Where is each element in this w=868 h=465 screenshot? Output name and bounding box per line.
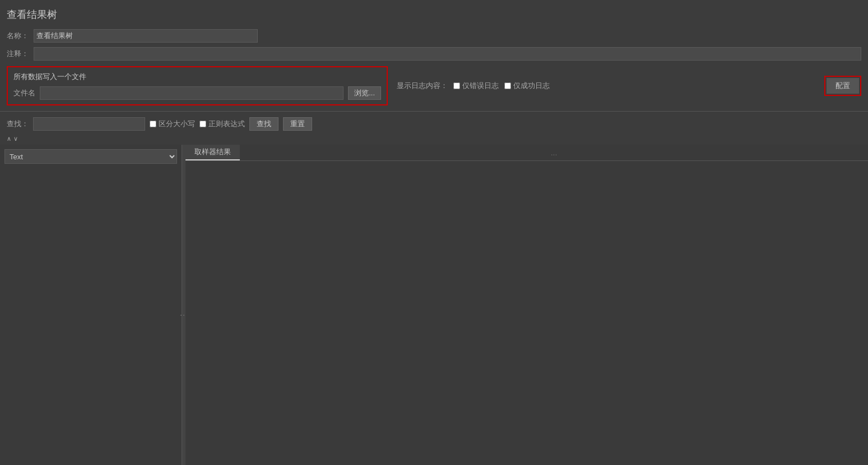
success-log-checkbox[interactable] [504, 82, 511, 89]
case-sensitive-checkbox[interactable] [150, 121, 156, 127]
error-log-group: 仅错误日志 [453, 81, 499, 91]
success-log-group: 仅成功日志 [504, 81, 550, 91]
tab-more-dots: ... [240, 145, 868, 160]
name-row: 名称： [0, 27, 868, 45]
log-display-section: 显示日志内容： 仅错误日志 仅成功日志 [388, 81, 824, 91]
error-log-label[interactable]: 仅错误日志 [462, 81, 499, 91]
comment-row: 注释： [0, 45, 868, 63]
page-title: 查看结果树 [0, 4, 868, 27]
search-label: 查找： [7, 119, 29, 129]
page-container: 查看结果树 名称： 注释： 所有数据写入一个文件 文件名 浏览... 显示日志内… [0, 0, 868, 465]
case-sensitive-group: 区分大小写 [150, 119, 195, 129]
log-display-label: 显示日志内容： [397, 81, 448, 91]
browse-button[interactable]: 浏览... [348, 86, 381, 100]
config-button[interactable]: 配置 [827, 78, 859, 94]
all-data-section: 所有数据写入一个文件 文件名 浏览... [7, 66, 388, 105]
find-button[interactable]: 查找 [249, 117, 278, 131]
name-label: 名称： [7, 31, 29, 41]
divider-1 [0, 111, 868, 112]
tab-sampler-result[interactable]: 取样器结果 [185, 145, 240, 160]
comment-label: 注释： [7, 49, 29, 59]
error-log-checkbox[interactable] [453, 82, 460, 89]
regex-checkbox[interactable] [199, 121, 206, 127]
type-dropdown[interactable]: Text [4, 149, 177, 164]
middle-toolbar: 所有数据写入一个文件 文件名 浏览... 显示日志内容： 仅错误日志 仅成功日志… [0, 63, 868, 109]
comment-input[interactable] [34, 47, 861, 61]
panel-content [185, 161, 868, 465]
success-log-label[interactable]: 仅成功日志 [513, 81, 550, 91]
collapse-row: ∧ ∨ [0, 134, 868, 144]
file-row: 文件名 浏览... [13, 86, 381, 100]
search-row: 查找： 区分大小写 正则表达式 查找 重置 [0, 114, 868, 134]
all-data-title: 所有数据写入一个文件 [13, 72, 381, 82]
right-panel: 取样器结果 ... [185, 145, 868, 465]
regex-group: 正则表达式 [199, 119, 245, 129]
left-panel: Text [0, 145, 182, 465]
file-input[interactable] [40, 86, 344, 100]
tab-sampler-result-label: 取样器结果 [194, 148, 231, 156]
name-input[interactable] [34, 29, 258, 43]
case-sensitive-label[interactable]: 区分大小写 [159, 119, 195, 129]
search-input[interactable] [33, 117, 145, 131]
content-area: Text ⋮ 取样器结果 ... [0, 145, 868, 465]
reset-button[interactable]: 重置 [283, 117, 312, 131]
config-button-wrapper: 配置 [824, 76, 861, 96]
collapse-down-icon[interactable]: ∨ [13, 135, 18, 142]
tab-bar: 取样器结果 ... [185, 145, 868, 161]
file-label: 文件名 [13, 88, 35, 98]
collapse-up-icon[interactable]: ∧ [7, 135, 11, 142]
regex-label[interactable]: 正则表达式 [208, 119, 245, 129]
